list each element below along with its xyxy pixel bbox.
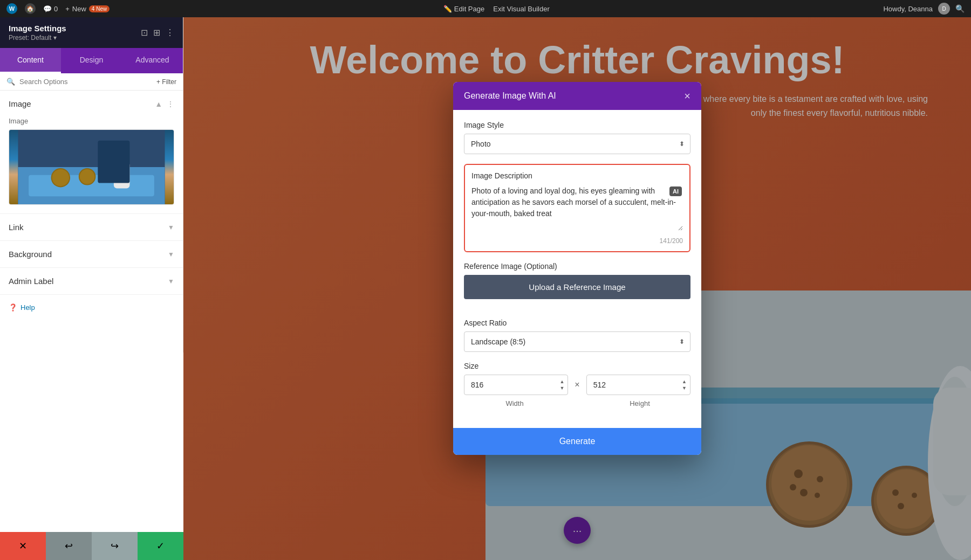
height-input[interactable]	[586, 375, 690, 395]
height-stepper: ▲ ▼	[680, 379, 688, 391]
sidebar-content: Image ▲ ⋮ Image	[0, 91, 183, 352]
image-description-group: Image Description Photo of a loving and …	[464, 164, 690, 252]
comment-icon: 💬	[43, 5, 52, 13]
sidebar-header: Image Settings Preset: Default ▾ ⊡ ⊞ ⋮	[0, 17, 183, 48]
comment-number: 0	[54, 5, 58, 13]
filter-btn[interactable]: + Filter	[156, 78, 176, 86]
undo-button[interactable]: ↩	[46, 532, 92, 560]
responsive-icon[interactable]: ⊡	[141, 27, 148, 38]
width-input[interactable]	[464, 375, 568, 395]
aspect-ratio-select[interactable]: Landscape (8:5) Portrait (5:8) Square (1…	[464, 332, 690, 351]
height-label: Height	[589, 399, 690, 407]
section-background-title: Background	[9, 250, 52, 259]
textarea-wrapper: Photo of a loving and loyal dog, his eye…	[471, 185, 683, 233]
ai-badge[interactable]: AI	[669, 186, 682, 196]
section-admin-label-header[interactable]: Admin Label ▼	[0, 268, 183, 294]
reference-image-label: Reference Image (Optional)	[464, 262, 690, 271]
reference-image-group: Reference Image (Optional) Upload a Refe…	[464, 262, 690, 309]
thumbnail-image	[9, 130, 174, 204]
svg-point-6	[80, 169, 95, 184]
help-label: Help	[20, 303, 35, 312]
width-stepper: ▲ ▼	[558, 379, 566, 391]
width-input-group: ▲ ▼	[464, 375, 568, 395]
help-section[interactable]: ❓ Help	[0, 295, 183, 320]
modal-header: Generate Image With AI ×	[453, 82, 701, 110]
section-image-icons: ▲ ⋮	[155, 100, 174, 108]
tab-content[interactable]: Content	[0, 48, 61, 73]
section-image-header[interactable]: Image ▲ ⋮	[0, 91, 183, 117]
modal-title: Generate Image With AI	[464, 91, 556, 101]
search-icon-sidebar: 🔍	[6, 78, 15, 86]
help-icon: ❓	[9, 303, 17, 312]
thumbnail-svg	[9, 130, 174, 204]
image-style-group: Image Style Photo Illustration Sketch Pa…	[464, 121, 690, 154]
image-description-label: Image Description	[471, 171, 683, 180]
height-down-btn[interactable]: ▼	[680, 385, 688, 391]
image-label: Image	[0, 117, 183, 129]
size-group: Size ▲ ▼ ×	[464, 362, 690, 407]
chevron-down-icon-bg: ▼	[168, 251, 174, 258]
description-textarea[interactable]: Photo of a loving and loyal dog, his eye…	[471, 185, 683, 231]
size-label: Size	[464, 362, 690, 370]
edit-page-btn[interactable]: ✏️ Edit Page	[443, 5, 484, 13]
sidebar-preset[interactable]: Preset: Default ▾	[9, 34, 66, 42]
section-admin-label: Admin Label ▼	[0, 268, 183, 295]
pencil-icon: ✏️	[443, 5, 452, 13]
modal-body: Image Style Photo Illustration Sketch Pa…	[453, 110, 701, 428]
sidebar-wrapper: Image Settings Preset: Default ▾ ⊡ ⊞ ⋮ C…	[0, 17, 183, 560]
height-up-btn[interactable]: ▲	[680, 379, 688, 385]
section-background: Background ▼	[0, 241, 183, 268]
image-thumbnail[interactable]	[9, 129, 174, 205]
redo-button[interactable]: ↪	[92, 532, 138, 560]
comment-count[interactable]: 💬 0	[43, 5, 58, 13]
new-link[interactable]: + New 4 New	[65, 5, 110, 13]
wp-logo[interactable]: W	[6, 3, 17, 14]
section-background-header[interactable]: Background ▼	[0, 241, 183, 267]
sidebar: Image Settings Preset: Default ▾ ⊡ ⊞ ⋮ C…	[0, 17, 183, 352]
upload-reference-btn[interactable]: Upload a Reference Image	[464, 275, 690, 299]
admin-bar: W 🏠 💬 0 + New 4 New ✏️ Edit Page Exit Vi…	[0, 0, 971, 17]
chevron-up-icon: ▲	[155, 100, 162, 108]
cancel-button[interactable]: ✕	[0, 532, 46, 560]
size-row: ▲ ▼ × ▲ ▼	[464, 375, 690, 395]
tab-advanced[interactable]: Advanced	[122, 48, 183, 73]
chevron-down-icon: ▼	[168, 224, 174, 231]
aspect-ratio-select-wrapper: Landscape (8:5) Portrait (5:8) Square (1…	[464, 331, 690, 352]
plus-icon: +	[65, 5, 70, 13]
sidebar-header-icons: ⊡ ⊞ ⋮	[141, 27, 174, 38]
user-avatar: D	[938, 3, 950, 15]
exit-builder-btn[interactable]: Exit Visual Builder	[493, 5, 550, 13]
sidebar-search: 🔍 + Filter	[0, 73, 183, 91]
generate-image-modal: Generate Image With AI × Image Style Pho…	[453, 82, 701, 455]
section-image: Image ▲ ⋮ Image	[0, 91, 183, 214]
search-icon[interactable]: 🔍	[955, 4, 965, 13]
image-style-label: Image Style	[464, 121, 690, 129]
tab-design[interactable]: Design	[61, 48, 122, 73]
image-style-select[interactable]: Photo Illustration Sketch Painting	[464, 134, 690, 154]
new-label: New	[72, 5, 86, 13]
svg-rect-9	[98, 141, 129, 183]
section-admin-label-title: Admin Label	[9, 276, 53, 286]
section-link-header[interactable]: Link ▼	[0, 214, 183, 240]
main-layout: Image Settings Preset: Default ▾ ⊡ ⊞ ⋮ C…	[0, 17, 971, 560]
search-input[interactable]	[19, 78, 152, 86]
canvas-area: Welcome to Critter Cravings! Cravings, w…	[183, 17, 971, 560]
section-link-title: Link	[9, 223, 24, 232]
section-more-icon: ⋮	[167, 100, 174, 108]
more-icon[interactable]: ⋮	[166, 27, 174, 38]
modal-overlay: Generate Image With AI × Image Style Pho…	[183, 17, 971, 560]
size-labels: Width Height	[464, 399, 690, 407]
chevron-down-icon-admin: ▼	[168, 278, 174, 285]
howdy-text: Howdy, Deanna	[883, 5, 933, 13]
edit-page-label: Edit Page	[454, 5, 484, 13]
site-icon[interactable]: 🏠	[25, 3, 36, 14]
new-badge: 4 New	[89, 5, 110, 12]
section-image-title: Image	[9, 99, 31, 108]
sidebar-tabs: Content Design Advanced	[0, 48, 183, 73]
modal-close-button[interactable]: ×	[684, 91, 690, 101]
confirm-button[interactable]: ✓	[138, 532, 183, 560]
columns-icon[interactable]: ⊞	[153, 27, 160, 38]
generate-button[interactable]: Generate	[453, 428, 701, 455]
width-up-btn[interactable]: ▲	[558, 379, 566, 385]
width-down-btn[interactable]: ▼	[558, 385, 566, 391]
